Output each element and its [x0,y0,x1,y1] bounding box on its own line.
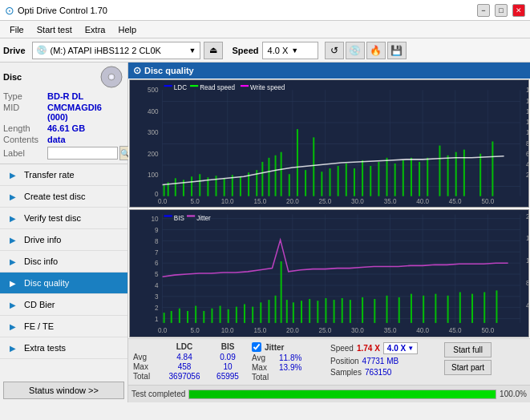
menu-extra[interactable]: Extra [79,23,112,36]
drive-label: Drive [3,46,26,55]
charts-area: 500 400 300 200 100 0 18X 16X 14X 12X 10… [128,79,530,338]
cd-bier-label: CD Bier [24,300,55,309]
svg-rect-152 [228,309,229,323]
svg-text:45.0: 45.0 [449,198,462,205]
content-area: ⊙ Disc quality [128,63,530,402]
ldc-chart: 500 400 300 200 100 0 18X 16X 14X 12X 10… [129,79,529,208]
svg-text:7: 7 [155,248,159,256]
nav-create-test-disc[interactable]: ▶ Create test disc [0,186,127,208]
svg-point-2 [110,75,113,79]
verify-test-disc-icon: ▶ [6,212,19,224]
svg-rect-87 [479,154,481,196]
svg-rect-68 [313,137,314,196]
svg-rect-168 [350,300,351,323]
svg-rect-74 [362,160,363,196]
menu-start-test[interactable]: Start test [30,23,79,36]
svg-rect-175 [435,294,436,323]
svg-text:0.0: 0.0 [158,198,168,205]
speed-dropdown[interactable]: 4.0 X ▼ [383,342,418,354]
nav-disc-quality[interactable]: ▶ Disc quality [0,273,127,294]
svg-rect-171 [386,296,388,323]
close-button[interactable]: ✕ [512,4,525,17]
speed-selector[interactable]: 4.0 X ▼ [262,42,318,59]
svg-rect-165 [325,298,326,323]
disc-info-icon: ▶ [6,255,19,268]
svg-text:40.0: 40.0 [416,198,429,205]
avg-ldc: 4.84 [160,353,208,361]
svg-rect-95 [130,210,528,337]
eject-button[interactable]: ⏏ [204,42,223,59]
speed-label-s: Speed [330,344,354,353]
nav-fe-te[interactable]: ▶ FE / TE [0,316,127,337]
speed-val: 1.74 X [357,344,380,353]
svg-text:5.0: 5.0 [191,198,200,205]
total-ldc: 3697056 [160,372,208,381]
start-part-button[interactable]: Start part [444,360,492,375]
bis-chart: 10 9 8 7 6 5 4 3 2 1 20% 16% 12% 8% 4% [129,209,529,337]
svg-text:25.0: 25.0 [319,325,332,333]
cd-bier-icon: ▶ [6,298,19,311]
ldc-bis-stats: LDC BIS Avg 4.84 0.09 Max 458 10 Total 3… [133,342,245,381]
drive-selector[interactable]: 💿 (M:) ATAPI iHBS112 2 CL0K ▼ [32,42,200,59]
nav-verify-test-disc[interactable]: ▶ Verify test disc [0,208,127,229]
stats-avg-row: Avg 4.84 0.09 [133,353,245,361]
verify-test-disc-label: Verify test disc [24,213,81,223]
nav-drive-info[interactable]: ▶ Drive info [0,229,127,251]
jitter-checkbox[interactable] [252,342,261,352]
extra-tests-label: Extra tests [24,343,66,353]
drive-value: (M:) ATAPI iHBS112 2 CL0K [51,46,189,55]
minimize-button[interactable]: − [477,4,490,17]
svg-rect-72 [346,164,347,196]
mid-value: CMCMAGDI6 (000) [47,103,124,122]
jitter-avg-label: Avg [252,353,276,362]
svg-rect-88 [492,141,493,196]
svg-rect-177 [459,292,461,322]
jitter-max-row: Max 13.9% [252,363,324,372]
samples-label: Samples [330,368,362,377]
start-full-button[interactable]: Start full [444,342,492,357]
nav-transfer-rate[interactable]: ▶ Transfer rate [0,164,127,186]
panel-header-icon: ⊙ [133,65,141,76]
save-button[interactable]: 💾 [387,42,407,59]
svg-rect-48 [164,184,165,196]
menu-help[interactable]: Help [111,23,143,36]
max-label: Max [133,362,157,371]
disc-button[interactable]: 💿 [346,42,365,59]
label-input[interactable] [47,147,118,160]
svg-text:16%: 16% [526,234,528,242]
refresh-button[interactable]: ↺ [325,42,344,59]
svg-text:16X: 16X [526,98,528,105]
svg-text:50.0: 50.0 [481,325,494,333]
svg-rect-66 [297,129,298,196]
svg-rect-85 [455,152,457,196]
status-window-button[interactable]: Status window >> [3,382,124,399]
svg-rect-170 [374,299,375,323]
transfer-rate-label: Transfer rate [24,170,75,180]
maximize-button[interactable]: □ [495,4,508,17]
window-controls: − □ ✕ [477,4,525,17]
svg-rect-91 [190,85,198,87]
length-label: Length [3,123,47,133]
svg-text:35.0: 35.0 [384,198,397,205]
menu-file[interactable]: File [3,23,30,36]
svg-text:200: 200 [148,151,159,158]
jitter-total-row: Total [252,373,324,382]
progress-status-text: Test completed [131,390,185,398]
svg-rect-63 [275,155,277,196]
nav-cd-bier[interactable]: ▶ CD Bier [0,294,127,316]
create-test-disc-icon: ▶ [6,190,19,203]
svg-text:4%: 4% [526,301,528,309]
nav-disc-info[interactable]: ▶ Disc info [0,251,127,273]
svg-text:40.0: 40.0 [416,325,429,333]
disc-section: Disc Type BD-R DL MID CMCMAGDI6 (000) L [0,63,127,164]
panel-header: ⊙ Disc quality [128,63,530,79]
mid-label: MID [3,103,47,122]
nav-extra-tests[interactable]: ▶ Extra tests [0,337,127,359]
svg-rect-153 [236,307,237,323]
svg-rect-149 [203,311,204,323]
svg-text:8%: 8% [526,279,528,287]
svg-rect-61 [261,162,263,196]
svg-text:5: 5 [155,270,159,278]
burn-button[interactable]: 🔥 [366,42,386,59]
jitter-label: Jitter [265,343,284,352]
